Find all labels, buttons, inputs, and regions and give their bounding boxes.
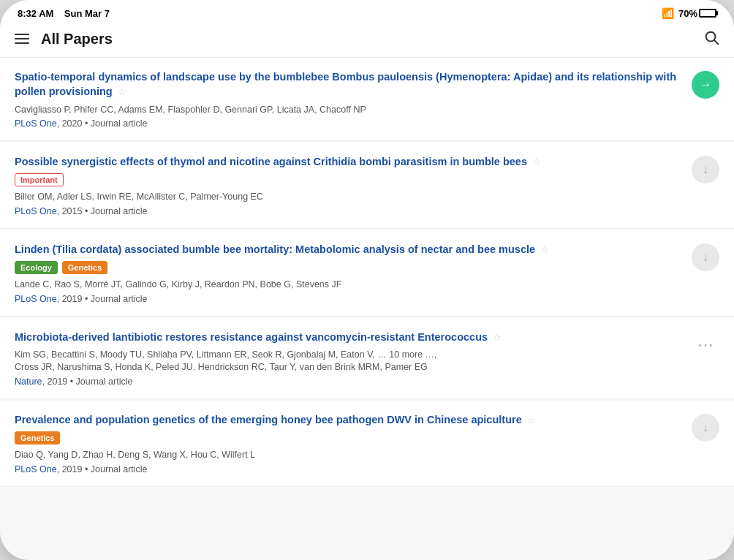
paper-authors: Diao Q, Yang D, Zhao H, Deng S, Wang X, … (15, 449, 683, 462)
paper-content: Spatio-temporal dynamics of landscape us… (15, 69, 683, 129)
paper-source: PLoS One, 2020 • Journal article (15, 118, 683, 129)
star-icon[interactable]: ☆ (493, 332, 502, 343)
table-row: Spatio-temporal dynamics of landscape us… (0, 58, 734, 141)
paper-title[interactable]: Possible synergistic effects of thymol a… (15, 154, 683, 169)
papers-list: Spatio-temporal dynamics of landscape us… (0, 58, 734, 560)
wifi-icon: 📶 (662, 7, 674, 19)
tags-row: Genetics (15, 431, 683, 444)
tag-important[interactable]: Important (15, 173, 64, 186)
battery-bar (699, 9, 716, 18)
paper-source: PLoS One, 2019 • Journal article (15, 294, 683, 304)
download-button[interactable]: ↓ (692, 414, 719, 442)
paper-authors: Biller OM, Adler LS, Irwin RE, McAlliste… (15, 191, 683, 204)
battery: 70% (678, 8, 716, 19)
paper-content: Linden (Tilia cordata) associated bumble… (15, 242, 683, 304)
paper-source: Nature, 2019 • Journal article (15, 377, 683, 387)
tags-row: Important (15, 173, 683, 186)
star-icon[interactable]: ☆ (532, 156, 541, 167)
paper-title[interactable]: Microbiota-derived lantibiotic restores … (15, 330, 683, 344)
arrow-down-icon: ↓ (703, 251, 708, 264)
search-button[interactable] (703, 29, 719, 48)
tags-row: Ecology Genetics (15, 261, 683, 274)
status-bar: 8:32 AM Sun Mar 7 📶 70% (0, 0, 734, 23)
paper-content: Prevalence and population genetics of th… (15, 412, 683, 474)
star-icon[interactable]: ☆ (527, 415, 536, 425)
arrow-down-icon: ↓ (703, 421, 708, 434)
paper-source: PLoS One, 2019 • Journal article (15, 464, 683, 474)
device-frame: 8:32 AM Sun Mar 7 📶 70% All Papers (0, 0, 734, 560)
table-row: Prevalence and population genetics of th… (0, 401, 734, 487)
paper-authors: Lande C, Rao S, Morré JT, Galindo G, Kir… (15, 279, 683, 292)
table-row: Possible synergistic effects of thymol a… (0, 143, 734, 229)
paper-content: Possible synergistic effects of thymol a… (15, 154, 683, 216)
table-row: Microbiota-derived lantibiotic restores … (0, 318, 734, 399)
status-right: 📶 70% (662, 7, 716, 19)
tag-genetics[interactable]: Genetics (15, 431, 60, 444)
svg-line-1 (714, 40, 718, 44)
arrow-right-icon: → (700, 78, 711, 91)
paper-title[interactable]: Spatio-temporal dynamics of landscape us… (15, 69, 683, 99)
paper-source: PLoS One, 2015 • Journal article (15, 206, 683, 216)
dots-icon: ⋯ (697, 337, 714, 353)
header-left: All Papers (15, 31, 113, 48)
paper-title[interactable]: Linden (Tilia cordata) associated bumble… (15, 242, 683, 257)
tag-genetics[interactable]: Genetics (62, 261, 107, 274)
paper-title[interactable]: Prevalence and population genetics of th… (15, 412, 683, 427)
status-time-date: 8:32 AM Sun Mar 7 (18, 8, 110, 19)
star-icon[interactable]: ☆ (118, 86, 126, 97)
table-row: Linden (Tilia cordata) associated bumble… (0, 230, 734, 317)
download-button[interactable]: ↓ (692, 243, 719, 271)
star-icon[interactable]: ☆ (540, 244, 549, 255)
paper-authors: Cavigliasso P, Phifer CC, Adams EM, Flas… (15, 104, 683, 117)
header: All Papers (0, 23, 734, 58)
paper-authors: Kim SG, Becattini S, Moody TU, Shliaha P… (15, 349, 683, 374)
page-title: All Papers (41, 31, 113, 48)
tag-ecology[interactable]: Ecology (15, 261, 58, 274)
more-options-button[interactable]: ⋯ (692, 331, 719, 359)
arrow-down-icon: ↓ (703, 163, 708, 176)
menu-button[interactable] (15, 34, 29, 44)
open-button[interactable]: → (692, 71, 719, 99)
date: Sun Mar 7 (64, 8, 110, 19)
download-button[interactable]: ↓ (692, 156, 719, 183)
time: 8:32 AM (18, 8, 53, 19)
paper-content: Microbiota-derived lantibiotic restores … (15, 330, 683, 387)
